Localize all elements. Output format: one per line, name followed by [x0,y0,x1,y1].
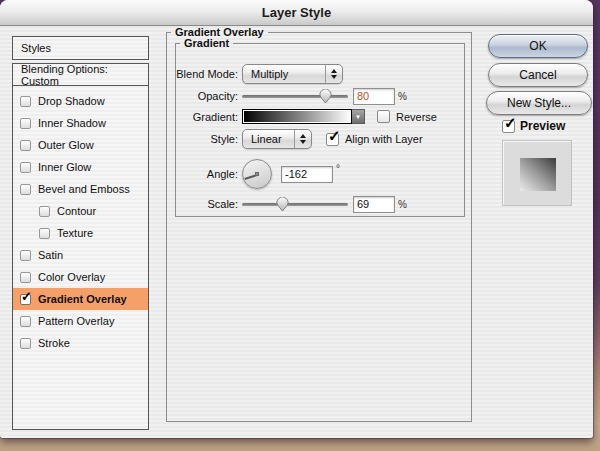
sidebar-item-contour[interactable]: Contour [13,200,148,222]
opacity-slider-thumb[interactable] [319,89,332,104]
sidebar-item-bevel-and-emboss[interactable]: Bevel and Emboss [13,178,148,200]
opacity-unit: % [398,91,407,102]
gradient-group-title: Gradient [180,37,233,49]
sidebar-item-satin[interactable]: Satin [13,244,148,266]
checkmark-icon: ✓ [21,290,32,303]
styles-header[interactable]: Styles [12,36,149,60]
gradient-row: Gradient: ▼ Reverse [172,109,437,124]
outer-glow-checkbox[interactable] [20,140,31,151]
sidebar-item-inner-shadow[interactable]: Inner Shadow [13,112,148,134]
blending-options-label: Blending Options: Custom [21,63,148,87]
scale-slider-track[interactable] [242,203,348,206]
window-title: Layer Style [262,5,331,20]
align-with-layer-checkbox[interactable]: ✓ [326,133,339,146]
checkmark-icon: ✓ [504,115,517,130]
style-value: Linear [243,133,294,145]
opacity-label: Opacity: [172,90,238,102]
item-label: Texture [57,227,93,239]
opacity-slider[interactable] [242,89,348,104]
sidebar-item-stroke[interactable]: Stroke [13,332,148,354]
inner-glow-checkbox[interactable] [20,162,31,173]
blend-mode-label: Blend Mode: [172,68,238,80]
style-row: Style: Linear ✓ Align with Layer [172,129,423,149]
sidebar-item-gradient-overlay[interactable]: ✓ Gradient Overlay [13,288,148,310]
cancel-button[interactable]: Cancel [488,63,588,87]
contour-checkbox[interactable] [39,206,50,217]
gradient-picker-button[interactable]: ▼ [352,109,365,124]
preview-checkbox[interactable]: ✓ [502,120,515,133]
gradient-overlay-checkbox[interactable]: ✓ [20,294,31,305]
angle-input[interactable] [281,166,333,183]
stepper-arrows-icon [294,130,311,148]
sidebar-item-inner-glow[interactable]: Inner Glow [13,156,148,178]
angle-row: Angle: ° [172,157,340,191]
item-label: Drop Shadow [38,95,105,107]
item-label: Inner Glow [38,161,91,173]
blend-mode-row: Blend Mode: Multiply [172,64,343,84]
angle-label: Angle: [172,168,238,180]
inner-shadow-checkbox[interactable] [20,118,31,129]
styles-header-label: Styles [21,42,51,54]
preview-label: Preview [520,119,565,133]
checkmark-icon: ✓ [328,128,341,143]
item-label: Satin [38,249,63,261]
style-label: Style: [172,133,238,145]
reverse-label: Reverse [396,111,437,123]
opacity-input[interactable] [353,88,395,105]
reverse-checkbox[interactable] [377,110,390,123]
item-label: Color Overlay [38,271,105,283]
scale-input[interactable] [353,196,395,213]
color-overlay-checkbox[interactable] [20,272,31,283]
sidebar-item-color-overlay[interactable]: Color Overlay [13,266,148,288]
item-label: Stroke [38,337,70,349]
new-style-button[interactable]: New Style... [486,91,592,115]
scale-unit: % [398,199,407,210]
blend-mode-popup[interactable]: Multiply [242,64,343,84]
stepper-arrows-icon [325,65,342,83]
item-label: Pattern Overlay [38,315,114,327]
title-bar: Layer Style [0,0,593,26]
angle-dial-center [255,172,259,176]
sidebar-item-texture[interactable]: Texture [13,222,148,244]
drop-shadow-checkbox[interactable] [20,96,31,107]
satin-checkbox[interactable] [20,250,31,261]
layer-style-dialog: Layer Style Styles Blending Options: Cus… [0,0,593,438]
stroke-checkbox[interactable] [20,338,31,349]
item-label: Contour [57,205,96,217]
gradient-label: Gradient: [172,111,238,123]
opacity-slider-track[interactable] [242,95,348,98]
sidebar-item-pattern-overlay[interactable]: Pattern Overlay [13,310,148,332]
item-label: Inner Shadow [38,117,106,129]
item-label: Outer Glow [38,139,94,151]
scale-slider[interactable] [242,197,348,212]
effects-list: Blending Options: Custom Drop Shadow Inn… [12,63,149,430]
scale-row: Scale: % [172,196,407,212]
blend-mode-value: Multiply [243,68,325,80]
scale-label: Scale: [172,198,238,210]
item-label: Bevel and Emboss [38,183,130,195]
preview-option: ✓ Preview [502,119,565,133]
pattern-overlay-checkbox[interactable] [20,316,31,327]
dropdown-arrow-icon: ▼ [355,114,361,120]
sidebar-item-blending-options[interactable]: Blending Options: Custom [13,64,148,86]
opacity-row: Opacity: % [172,88,407,104]
gradient-swatch[interactable] [242,109,352,124]
item-label: Gradient Overlay [38,293,127,305]
ok-button[interactable]: OK [488,34,588,58]
angle-unit: ° [336,163,340,174]
align-with-layer-label: Align with Layer [345,133,423,145]
sidebar-item-drop-shadow[interactable]: Drop Shadow [13,90,148,112]
gradient-preview-swatch [520,158,556,191]
style-popup[interactable]: Linear [242,129,312,149]
angle-dial[interactable] [242,159,272,189]
style-preview-thumbnail [502,140,572,206]
scale-slider-thumb[interactable] [276,197,289,212]
sidebar-item-outer-glow[interactable]: Outer Glow [13,134,148,156]
bevel-emboss-checkbox[interactable] [20,184,31,195]
texture-checkbox[interactable] [39,228,50,239]
